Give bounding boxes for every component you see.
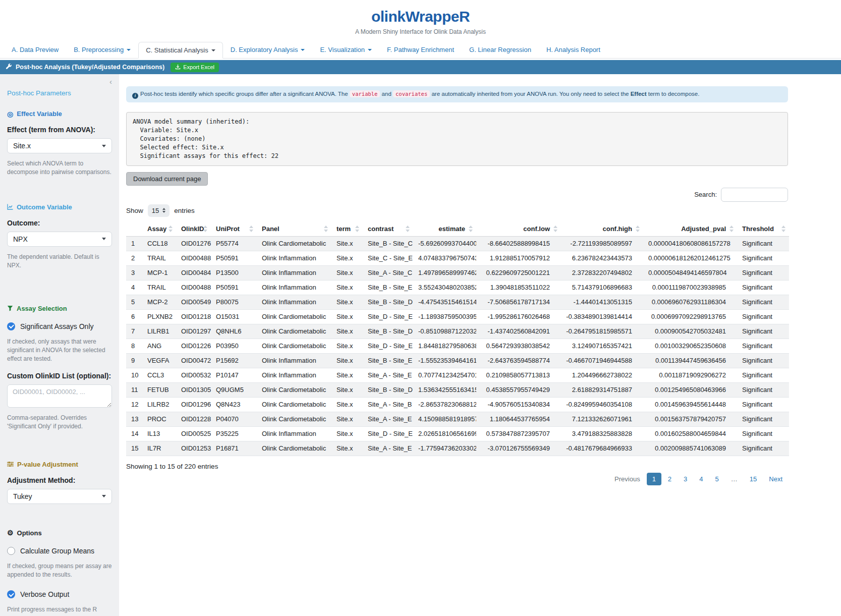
nav-tab-c-statistical-analysis[interactable]: C. Statistical Analysis [138, 42, 223, 59]
nav-tab-a-data-preview[interactable]: A. Data Preview [4, 41, 66, 58]
nav-tab-e-visualization[interactable]: E. Visualization [312, 41, 379, 58]
cell-conf_high: 3.479188325883828 [561, 426, 643, 441]
table-row[interactable]: 3MCP-1OID00484P13500Olink InflammationSi… [126, 265, 789, 280]
column-header-term[interactable]: term [331, 221, 363, 237]
cell-term: Site.x [331, 397, 363, 412]
nav-tab-g-linear-regression[interactable]: G. Linear Regression [462, 41, 539, 58]
table-row[interactable]: 1CCL18OID01276P55774Olink Cardiometaboli… [126, 236, 789, 251]
table-row[interactable]: 12LILRB2OID01296Q8N423Olink Cardiometabo… [126, 397, 789, 412]
effect-select-value: Site.x [13, 142, 31, 150]
table-length-controls: Show 15 entries [126, 204, 841, 217]
column-header-panel[interactable]: Panel [257, 221, 331, 237]
column-header-estimate[interactable]: estimate [413, 221, 476, 237]
table-row[interactable]: 9VEGFAOID00472P15692Olink InflammationSi… [126, 353, 789, 368]
cell-threshold: Significant [737, 397, 789, 412]
page-button-2[interactable]: 2 [662, 473, 677, 485]
column-header-conf_low[interactable]: conf.low [476, 221, 561, 237]
cell-adjusted_pval: 0.000900542705032481 [643, 324, 737, 339]
column-header-contrast[interactable]: contrast [363, 221, 413, 237]
cell-rownum: 8 [126, 339, 142, 353]
sort-icon [636, 226, 640, 232]
cell-estimate: -1.555235394641616 [413, 353, 476, 368]
cell-assay: LILRB2 [142, 397, 176, 412]
select-stepper-icon [162, 208, 165, 213]
page-button-previous[interactable]: Previous [609, 473, 646, 485]
table-header-row: AssayOlinkIDUniProtPaneltermcontrastesti… [126, 221, 789, 237]
chart-line-icon [7, 204, 13, 210]
cell-conf_low: 1.180644537765954 [476, 412, 561, 426]
page-length-select[interactable]: 15 [148, 204, 170, 217]
cell-conf_low: -1.995286176026468 [476, 309, 561, 324]
column-header-conf_high[interactable]: conf.high [561, 221, 643, 237]
table-row[interactable]: 11FETUBOID01305Q9UGM5Olink Cardiometabol… [126, 382, 789, 397]
table-row[interactable]: 2TRAILOID00488P50591Olink InflammationSi… [126, 251, 789, 265]
page-button-15[interactable]: 15 [744, 473, 762, 485]
nav-tab-f-pathway-enrichment[interactable]: F. Pathway Enrichment [379, 41, 462, 58]
cell-rownum: 6 [126, 309, 142, 324]
nav-tab-h-analysis-report[interactable]: H. Analysis Report [539, 41, 608, 58]
posthoc-parameters-link[interactable]: Post-hoc Parameters [7, 89, 112, 97]
cell-conf_high: -1.44401413051315 [561, 295, 643, 309]
column-header-adjusted_pval[interactable]: Adjusted_pval [643, 221, 737, 237]
table-row[interactable]: 8ANGOID01226P03950Olink CardiometabolicS… [126, 339, 789, 353]
cell-estimate: -0.851098871220324 [413, 324, 476, 339]
effect-select[interactable]: Site.x [7, 138, 112, 153]
nav-tab-d-exploratory-analysis[interactable]: D. Exploratory Analysis [223, 41, 313, 58]
download-icon [175, 64, 181, 71]
table-row[interactable]: 14IL13OID00525P35225Olink InflammationSi… [126, 426, 789, 441]
olinkid-list-textarea[interactable] [7, 384, 112, 408]
column-header-assay[interactable]: Assay [142, 221, 176, 237]
table-row[interactable]: 7LILRB1OID01297Q8NHL6Olink Cardiometabol… [126, 324, 789, 339]
cell-term: Site.x [331, 295, 363, 309]
cell-estimate: 2.026518106561699 [413, 426, 476, 441]
verbose-output-checkbox[interactable]: Verbose Output [7, 590, 112, 598]
cell-threshold: Significant [737, 309, 789, 324]
column-header-threshold[interactable]: Threshold [737, 221, 789, 237]
column-header-uniprot[interactable]: UniProt [211, 221, 257, 237]
cell-olinkid: OID00472 [176, 353, 211, 368]
page-button-ellipsis: … [725, 473, 743, 485]
cell-adjusted_pval: 0.001139447459636456 [643, 353, 737, 368]
cell-assay: MCP-2 [142, 295, 176, 309]
table-row[interactable]: 5MCP-2OID00549P80075Olink InflammationSi… [126, 295, 789, 309]
significant-assays-only-checkbox[interactable]: Significant Assays Only [7, 322, 112, 330]
table-row[interactable]: 6PLXNB2OID01218O15031Olink Cardiometabol… [126, 309, 789, 324]
nav-tab-b-preprocessing[interactable]: B. Preprocessing [66, 41, 138, 58]
page-button-4[interactable]: 4 [694, 473, 708, 485]
sort-icon [169, 226, 173, 232]
table-row[interactable]: 13PROCOID01228P04070Olink Cardiometaboli… [126, 412, 789, 426]
page-button-5[interactable]: 5 [710, 473, 724, 485]
table-row[interactable]: 4TRAILOID00488P50591Olink InflammationSi… [126, 280, 789, 295]
table-row[interactable]: 10CCL3OID00532P10147Olink InflammationSi… [126, 368, 789, 382]
cell-olinkid: OID01228 [176, 412, 211, 426]
cell-conf_high: 1.204496662738022 [561, 368, 643, 382]
column-label: conf.high [603, 225, 633, 233]
posthoc-info-alert: iPost-hoc tests identify which specific … [126, 86, 788, 102]
olinkid-list-help-text: Comma-separated. Overrides 'Significant … [7, 414, 112, 431]
main-content: iPost-hoc tests identify which specific … [119, 74, 841, 616]
options-section: ⚙ Options Calculate Group Means If check… [7, 529, 112, 616]
page-button-3[interactable]: 3 [678, 473, 693, 485]
page-button-next[interactable]: Next [763, 473, 788, 485]
download-current-page-button[interactable]: Download current page [126, 172, 208, 186]
export-excel-button[interactable]: Export Excel [171, 63, 219, 72]
cell-conf_low: -2.643763594588774 [476, 353, 561, 368]
cell-olinkid: OID00525 [176, 426, 211, 441]
search-input[interactable] [721, 188, 788, 202]
cell-uniprot: P16871 [211, 441, 257, 456]
nav-tab-label: C. Statistical Analysis [146, 46, 208, 54]
calculate-group-means-checkbox[interactable]: Calculate Group Means [7, 547, 112, 555]
adjustment-method-select[interactable]: Tukey [7, 489, 112, 504]
page-button-1[interactable]: 1 [647, 473, 661, 485]
column-header-olinkid[interactable]: OlinkID [176, 221, 211, 237]
cell-contrast: Site_B - Site_D [363, 295, 413, 309]
wrench-icon [6, 63, 12, 71]
checkbox-icon [7, 322, 15, 330]
outcome-select[interactable]: NPX [7, 232, 112, 247]
cell-contrast: Site_B - Site_D [363, 382, 413, 397]
page-length-value: 15 [152, 207, 159, 214]
sidebar-collapse-button[interactable]: ‹ [7, 78, 112, 86]
cell-contrast: Site_D - Site_E [363, 426, 413, 441]
nav-tab-label: F. Pathway Enrichment [387, 46, 454, 53]
table-row[interactable]: 15IL7ROID01253P16871Olink Cardiometaboli… [126, 441, 789, 456]
